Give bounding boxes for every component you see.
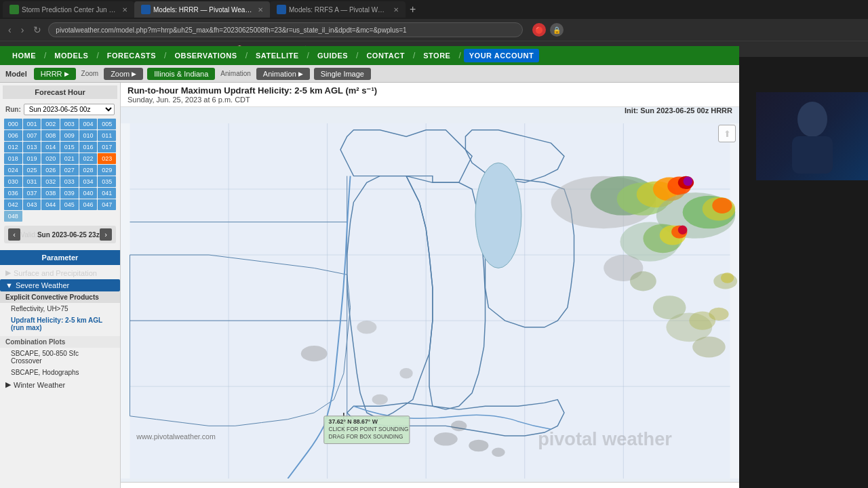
hour-021[interactable]: 021 [60, 153, 79, 164]
valid-value: Sun 2023-06-25 23z [37, 231, 100, 239]
hour-033[interactable]: 033 [60, 176, 79, 187]
svg-point-43 [451, 421, 467, 432]
hour-041[interactable]: 041 [98, 188, 116, 199]
hour-004[interactable]: 004 [79, 119, 98, 129]
nav-home[interactable]: HOME [7, 49, 41, 62]
region-button[interactable]: Illinois & Indiana [147, 68, 215, 80]
hour-029[interactable]: 029 [98, 165, 116, 176]
browser-tab-spc[interactable]: Storm Prediction Center Jun 24, 2023 ✕ [3, 1, 134, 18]
hour-019[interactable]: 019 [23, 153, 41, 164]
hour-028[interactable]: 028 [79, 165, 98, 176]
hour-002[interactable]: 002 [41, 119, 60, 129]
svg-point-51 [692, 336, 726, 357]
hour-022[interactable]: 022 [79, 153, 98, 164]
hour-024[interactable]: 024 [4, 165, 22, 176]
browser-tab-rrfs[interactable]: Models: RRFS A — Pivotal Weather ✕ [270, 1, 406, 18]
hour-035[interactable]: 035 [98, 176, 116, 187]
combo-sbcape-crossover[interactable]: SBCAPE, 500-850 Sfc Crossover [0, 348, 120, 367]
reload-button[interactable]: ↻ [31, 23, 44, 37]
combo-sbcape-hodo[interactable]: SBCAPE, Hodographs [0, 367, 120, 378]
hour-005[interactable]: 005 [98, 119, 116, 129]
nav-forecasts[interactable]: FORECASTS [102, 49, 161, 62]
zoom-button[interactable]: Zoom ▶ [104, 68, 143, 80]
hour-015[interactable]: 015 [60, 142, 79, 152]
hour-013[interactable]: 013 [23, 142, 41, 152]
hour-007[interactable]: 007 [23, 130, 41, 141]
hour-001[interactable]: 001 [23, 119, 41, 129]
hour-043[interactable]: 043 [23, 199, 41, 210]
hour-010[interactable]: 010 [79, 130, 98, 141]
param-cat-severe[interactable]: ▼ Severe Weather [0, 279, 120, 291]
hour-030[interactable]: 030 [4, 176, 22, 187]
tab-favicon-spc [9, 5, 19, 14]
hour-006[interactable]: 006 [4, 130, 22, 141]
hour-000[interactable]: 000 [4, 119, 22, 129]
forward-button[interactable]: › [18, 23, 27, 37]
hour-032[interactable]: 032 [41, 176, 60, 187]
hour-045[interactable]: 045 [60, 199, 79, 210]
back-button[interactable]: ‹ [5, 23, 14, 37]
main-content: Forecast Hour Run: Sun 2023-06-25 00z 00… [0, 83, 739, 488]
hour-044[interactable]: 044 [41, 199, 60, 210]
hour-014[interactable]: 014 [41, 142, 60, 152]
hour-047[interactable]: 047 [98, 199, 116, 210]
tab-close-spc[interactable]: ✕ [122, 6, 127, 14]
combo-section-title: Combination Plots [0, 336, 120, 348]
hour-037[interactable]: 037 [23, 188, 41, 199]
valid-prev-button[interactable]: ‹ [8, 228, 20, 241]
extension-icon-dark[interactable]: 🔒 [550, 23, 564, 37]
address-input[interactable]: pivotalweather.com/model.php?m=hrrp&uh25… [48, 22, 523, 37]
svg-point-47 [630, 271, 656, 291]
share-button[interactable]: ⬆ [718, 125, 736, 142]
hour-026[interactable]: 026 [41, 165, 60, 176]
run-select[interactable]: Sun 2023-06-25 00z [24, 104, 115, 115]
valid-next-button[interactable]: › [100, 228, 112, 241]
nav-sep-3: / [163, 51, 167, 60]
zoom-label: Zoom [81, 70, 99, 77]
hour-018[interactable]: 018 [4, 153, 22, 164]
hour-017[interactable]: 017 [98, 142, 116, 152]
hour-011[interactable]: 011 [98, 130, 116, 141]
hour-012[interactable]: 012 [4, 142, 22, 152]
hour-003[interactable]: 003 [60, 119, 79, 129]
tab-close-rrfs[interactable]: ✕ [393, 6, 399, 14]
browser-tab-hrrr[interactable]: Models: HRRR — Pivotal Weather ✕ [134, 1, 270, 18]
tab-close-hrrr[interactable]: ✕ [258, 6, 263, 14]
hour-009[interactable]: 009 [60, 130, 79, 141]
svg-text:www.pivotalweather.com: www.pivotalweather.com [136, 432, 216, 441]
hour-016[interactable]: 016 [79, 142, 98, 152]
hour-023[interactable]: 023 [98, 153, 116, 164]
hour-038[interactable]: 038 [41, 188, 60, 199]
map-canvas[interactable]: www.pivotalweather.com pivotal weather 3… [121, 123, 739, 479]
hour-040[interactable]: 040 [79, 188, 98, 199]
hour-048[interactable]: 048 [4, 211, 22, 222]
nav-satellite[interactable]: SATELLITE [250, 49, 304, 62]
hour-034[interactable]: 034 [79, 176, 98, 187]
param-reflectivity[interactable]: Reflectivity, UH>75 [0, 303, 120, 314]
new-tab-button[interactable]: + [406, 3, 420, 16]
nav-contact[interactable]: CONTACT [361, 49, 410, 62]
animation-button[interactable]: Animation ▶ [256, 68, 310, 80]
param-cat-surface[interactable]: ▶ Surface and Precipitation [0, 266, 120, 279]
hour-031[interactable]: 031 [23, 176, 41, 187]
param-cat-winter[interactable]: ▶ Winter Weather [0, 378, 120, 391]
hour-036[interactable]: 036 [4, 188, 22, 199]
nav-guides[interactable]: GUIDES [312, 49, 353, 62]
hour-027[interactable]: 027 [60, 165, 79, 176]
hour-046[interactable]: 046 [79, 199, 98, 210]
extension-icon-red[interactable]: 🔴 [532, 23, 546, 37]
nav-account[interactable]: Your Account [464, 49, 539, 62]
param-updraft-helicity[interactable]: Updraft Helicity: 2-5 km AGL (run max) [0, 314, 120, 333]
nav-store[interactable]: STORE [418, 49, 456, 62]
param-cat-explicit[interactable]: Explicit Convective Products [0, 291, 120, 303]
nav-models[interactable]: MODELS [49, 49, 94, 62]
hour-025[interactable]: 025 [23, 165, 41, 176]
hour-008[interactable]: 008 [41, 130, 60, 141]
hour-042[interactable]: 042 [4, 199, 22, 210]
hour-020[interactable]: 020 [41, 153, 60, 164]
nav-observations[interactable]: OBSERVATIONS [169, 49, 242, 62]
hour-039[interactable]: 039 [60, 188, 79, 199]
model-hrrr-button[interactable]: HRRR ▶ [34, 68, 76, 80]
parameter-section-header[interactable]: Parameter [0, 250, 120, 265]
single-image-button[interactable]: Single Image [314, 68, 371, 80]
